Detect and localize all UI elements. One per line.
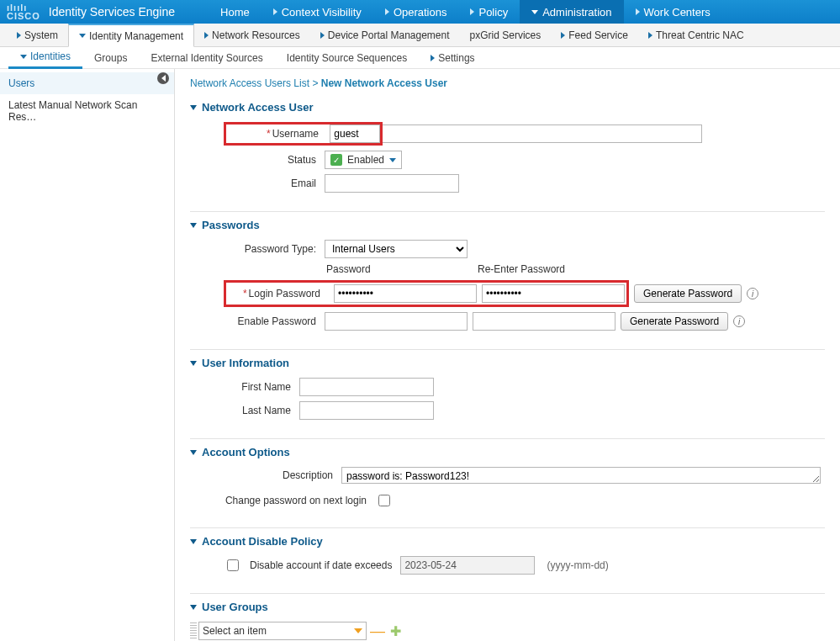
sub2-identity-source-sequences[interactable]: Identity Source Sequences — [275, 47, 419, 69]
date-format-hint: (yyyy-mm-dd) — [547, 559, 608, 571]
tab-operations[interactable]: Operations — [373, 0, 459, 24]
subnav2: Identities Groups External Identity Sour… — [0, 47, 840, 69]
email-label: Email — [224, 177, 325, 189]
section-user-information: User Information — [190, 357, 825, 369]
app-header: ılıılı CISCO Identity Services Engine Ho… — [0, 0, 840, 24]
info-icon[interactable]: i — [747, 288, 758, 299]
sub2-groups[interactable]: Groups — [82, 47, 139, 69]
last-name-label: Last Name — [224, 405, 299, 416]
enable-password-label: Enable Password — [224, 315, 325, 327]
status-dropdown[interactable]: ✓ Enabled — [325, 151, 402, 169]
enable-password-reenter-input[interactable] — [473, 312, 615, 331]
caret-down-icon — [20, 55, 27, 59]
breadcrumb-current: New Network Access User — [321, 77, 447, 89]
username-label: Username — [272, 128, 319, 140]
tab-policy[interactable]: Policy — [458, 0, 520, 24]
content-area: Network Access Users List > New Network … — [175, 69, 840, 641]
login-password-label: Login Password — [249, 288, 320, 299]
caret-down-icon — [389, 158, 396, 162]
subnav: System Identity Management Network Resou… — [0, 24, 840, 47]
change-password-label: Change password on next login — [224, 495, 375, 506]
caret-right-icon — [320, 32, 325, 39]
caret-down-icon — [354, 628, 362, 633]
section-account-options: Account Options — [190, 446, 825, 458]
disable-account-label: Disable account if date exceeds — [250, 559, 392, 571]
remove-group-button[interactable]: — — [370, 622, 385, 640]
caret-right-icon — [470, 8, 474, 15]
caret-right-icon — [561, 32, 565, 39]
caret-down-icon — [531, 10, 538, 14]
enable-password-input[interactable] — [325, 312, 468, 331]
subtab-threat-centric-nac[interactable]: Threat Centric NAC — [638, 24, 754, 47]
caret-right-icon — [636, 8, 640, 15]
sidebar-item-latest-scan[interactable]: Latest Manual Network Scan Res… — [0, 94, 174, 128]
drag-handle-icon[interactable] — [190, 622, 197, 639]
disable-account-checkbox[interactable] — [227, 559, 239, 571]
sidebar-collapse-button[interactable] — [157, 72, 169, 84]
subtab-system[interactable]: System — [7, 24, 68, 47]
last-name-input[interactable] — [299, 401, 434, 420]
sidebar: Users Latest Manual Network Scan Res… — [0, 69, 175, 641]
subtab-device-portal-management[interactable]: Device Portal Management — [310, 24, 460, 47]
caret-right-icon — [431, 55, 435, 61]
password-type-select[interactable]: Internal Users — [325, 240, 468, 258]
sub2-identities[interactable]: Identities — [8, 47, 82, 69]
change-password-checkbox[interactable] — [378, 495, 390, 506]
password-type-label: Password Type: — [224, 243, 325, 255]
subtab-identity-management[interactable]: Identity Management — [68, 24, 194, 47]
reenter-column-header: Re-Enter Password — [476, 263, 627, 275]
section-user-groups: User Groups — [190, 601, 825, 613]
generate-login-password-button[interactable]: Generate Password — [634, 284, 742, 303]
section-account-disable-policy: Account Disable Policy — [190, 535, 825, 548]
login-password-reenter-input[interactable] — [482, 284, 625, 303]
info-icon[interactable]: i — [733, 315, 745, 327]
status-label: Status — [224, 154, 325, 166]
username-input-ext[interactable] — [383, 124, 702, 143]
generate-enable-password-button[interactable]: Generate Password — [621, 312, 728, 331]
password-column-header: Password — [325, 263, 476, 275]
username-input[interactable] — [330, 124, 380, 143]
first-name-input[interactable] — [299, 378, 434, 396]
add-group-button[interactable]: ✚ — [390, 623, 401, 639]
description-label: Description — [224, 467, 341, 481]
first-name-label: First Name — [224, 381, 299, 393]
tab-home[interactable]: Home — [209, 0, 262, 24]
logo: ılıılı CISCO — [7, 3, 40, 20]
product-name: Identity Services Engine — [49, 5, 175, 19]
section-passwords: Passwords — [190, 219, 825, 231]
section-caret-icon — [190, 105, 197, 110]
user-group-select[interactable]: Select an item — [198, 622, 367, 640]
tab-administration[interactable]: Administration — [520, 0, 623, 24]
sub2-settings[interactable]: Settings — [419, 47, 486, 69]
caret-right-icon — [273, 8, 277, 15]
check-icon: ✓ — [330, 154, 342, 166]
section-caret-icon — [190, 450, 197, 455]
section-caret-icon — [190, 361, 197, 366]
sidebar-item-users[interactable]: Users — [0, 72, 174, 94]
email-input[interactable] — [325, 174, 459, 193]
caret-right-icon — [17, 32, 21, 39]
tab-context-visibility[interactable]: Context Visibility — [262, 0, 373, 24]
section-caret-icon — [190, 539, 197, 544]
section-caret-icon — [190, 223, 197, 228]
login-password-input[interactable] — [334, 284, 477, 303]
chevron-left-icon — [161, 75, 166, 82]
sub2-external-identity-sources[interactable]: External Identity Sources — [139, 47, 274, 69]
disable-date-input — [400, 556, 535, 575]
section-network-access-user: Network Access User — [190, 101, 825, 114]
breadcrumb: Network Access Users List > New Network … — [190, 77, 825, 89]
tab-work-centers[interactable]: Work Centers — [624, 0, 722, 24]
subtab-network-resources[interactable]: Network Resources — [194, 24, 310, 47]
section-caret-icon — [190, 605, 197, 610]
caret-right-icon — [385, 8, 389, 15]
subtab-pxgrid-services[interactable]: pxGrid Services — [460, 24, 552, 47]
description-textarea[interactable]: password is: Password123! — [341, 467, 821, 484]
caret-right-icon — [648, 32, 652, 39]
breadcrumb-list-link[interactable]: Network Access Users List — [190, 77, 309, 89]
subtab-feed-service[interactable]: Feed Service — [551, 24, 638, 47]
caret-right-icon — [204, 32, 209, 39]
caret-down-icon — [79, 34, 86, 38]
